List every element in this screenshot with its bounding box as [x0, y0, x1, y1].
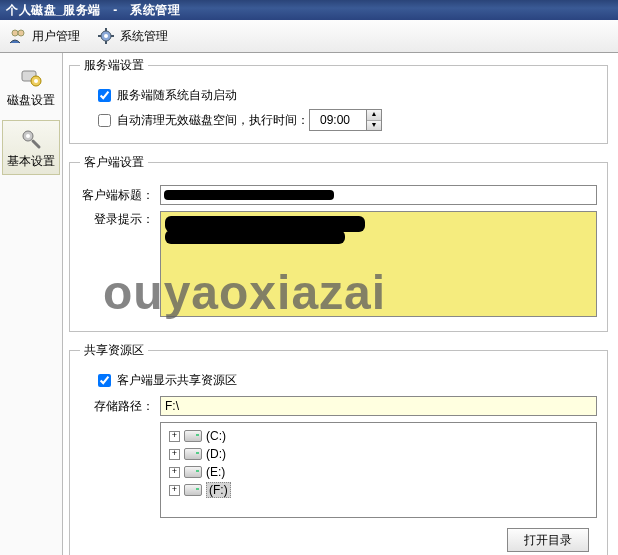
- tree-expand-icon[interactable]: +: [169, 485, 180, 496]
- autostart-label[interactable]: 服务端随系统自动启动: [117, 87, 237, 104]
- client-settings-legend: 客户端设置: [80, 154, 148, 171]
- wrench-gear-icon: [19, 127, 43, 151]
- window-titlebar: 个人磁盘_服务端 - 系统管理: [0, 0, 618, 20]
- drive-label: (E:): [206, 465, 225, 479]
- drive-tree[interactable]: +(C:)+(D:)+(E:)+(F:): [160, 422, 597, 518]
- login-prompt-label: 登录提示：: [80, 211, 154, 228]
- server-settings-legend: 服务端设置: [80, 57, 148, 74]
- drive-label: (F:): [206, 482, 231, 498]
- drive-tree-item[interactable]: +(D:): [169, 445, 588, 463]
- storage-path-input[interactable]: [160, 396, 597, 416]
- drive-icon: [184, 448, 202, 460]
- login-prompt-textarea[interactable]: [160, 211, 597, 317]
- gear-icon: [96, 26, 116, 46]
- window-title: 个人磁盘_服务端 - 系统管理: [6, 3, 180, 17]
- server-settings-group: 服务端设置 服务端随系统自动启动 自动清理无效磁盘空间，执行时间： ▲ ▼: [69, 57, 608, 144]
- share-settings-legend: 共享资源区: [80, 342, 148, 359]
- sidebar-label: 磁盘设置: [3, 92, 59, 109]
- share-enable-label[interactable]: 客户端显示共享资源区: [117, 372, 237, 389]
- svg-point-10: [34, 79, 38, 83]
- svg-point-12: [26, 134, 30, 138]
- toolbar: 用户管理 系统管理: [0, 20, 618, 53]
- sidebar: 磁盘设置 基本设置: [0, 53, 63, 555]
- svg-point-3: [104, 34, 108, 38]
- share-settings-group: 共享资源区 客户端显示共享资源区 存储路径： +(C:)+(D:)+(E:)+(…: [69, 342, 608, 555]
- open-dir-button[interactable]: 打开目录: [507, 528, 589, 552]
- content-pane: ouyaoxiazai 服务端设置 服务端随系统自动启动 自动清理无效磁盘空间，…: [63, 53, 618, 555]
- disk-gear-icon: [19, 66, 43, 90]
- autoclean-label[interactable]: 自动清理无效磁盘空间，执行时间：: [117, 112, 309, 129]
- drive-icon: [184, 484, 202, 496]
- autostart-checkbox[interactable]: [98, 89, 111, 102]
- tree-expand-icon[interactable]: +: [169, 467, 180, 478]
- autoclean-time-input[interactable]: [310, 110, 360, 130]
- spinner-up-icon[interactable]: ▲: [367, 110, 381, 121]
- drive-label: (C:): [206, 429, 226, 443]
- tree-expand-icon[interactable]: +: [169, 431, 180, 442]
- autoclean-checkbox[interactable]: [98, 114, 111, 127]
- drive-label: (D:): [206, 447, 226, 461]
- redacted-text: [164, 190, 334, 200]
- sidebar-label: 基本设置: [3, 153, 59, 170]
- drive-tree-item[interactable]: +(C:): [169, 427, 588, 445]
- autoclean-time-spinner[interactable]: ▲ ▼: [309, 109, 382, 131]
- storage-path-label: 存储路径：: [80, 398, 154, 415]
- svg-point-1: [18, 30, 24, 36]
- drive-tree-item[interactable]: +(E:): [169, 463, 588, 481]
- toolbar-user-mgmt[interactable]: 用户管理: [0, 22, 88, 50]
- drive-icon: [184, 430, 202, 442]
- client-title-label: 客户端标题：: [80, 187, 154, 204]
- client-settings-group: 客户端设置 客户端标题： 登录提示：: [69, 154, 608, 332]
- toolbar-sys-mgmt[interactable]: 系统管理: [88, 22, 176, 50]
- sidebar-item-basic-setting[interactable]: 基本设置: [2, 120, 60, 175]
- spinner-down-icon[interactable]: ▼: [367, 121, 381, 131]
- drive-icon: [184, 466, 202, 478]
- tree-expand-icon[interactable]: +: [169, 449, 180, 460]
- svg-point-0: [12, 30, 18, 36]
- drive-tree-item[interactable]: +(F:): [169, 481, 588, 499]
- users-icon: [8, 26, 28, 46]
- toolbar-label: 系统管理: [120, 28, 168, 45]
- redacted-text: [165, 230, 345, 244]
- share-enable-checkbox[interactable]: [98, 374, 111, 387]
- sidebar-item-disk-setting[interactable]: 磁盘设置: [2, 59, 60, 114]
- toolbar-label: 用户管理: [32, 28, 80, 45]
